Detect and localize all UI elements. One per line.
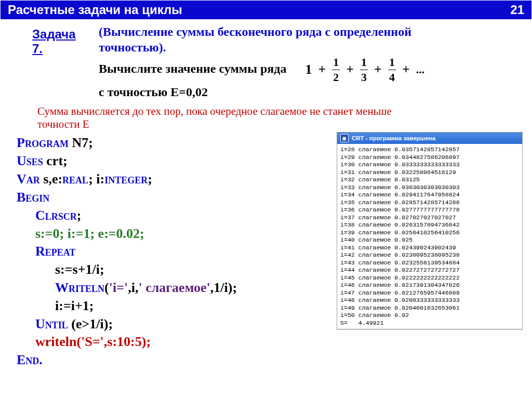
crt-titlebar: ▣ CRT - программа завершена bbox=[337, 132, 522, 144]
crt-output-line: i=39 слагаемое 0.0256410256410256 bbox=[340, 229, 519, 236]
crt-output-line: i=34 слагаемое 0.0294117647058824 bbox=[340, 191, 519, 198]
op3: + bbox=[371, 62, 385, 77]
dots: ... bbox=[416, 63, 425, 76]
slide-header: Расчетные задачи на циклы 21 bbox=[0, 0, 532, 20]
desc-paren1: (Вычисление суммы бесконечного ряда с оп… bbox=[99, 25, 411, 38]
series-formula: 1 + 12 + 13 + 14 + ... bbox=[305, 55, 424, 84]
hint-text: Сумма вычисляется до тех пор, пока очере… bbox=[37, 105, 523, 131]
crt-output-line: i=50 слагаемое 0.02 bbox=[340, 312, 519, 319]
crt-output-line: i=33 слагаемое 0.0303030303030303 bbox=[340, 184, 519, 191]
crt-output-line: i=35 слагаемое 0.0285714285714286 bbox=[340, 199, 519, 206]
slide-content: Задача 7. (Вычисление суммы бесконечного… bbox=[0, 20, 532, 374]
slide-title: Расчетные задачи на циклы bbox=[8, 3, 182, 17]
crt-output-line: i=41 слагаемое 0.024390243902439 bbox=[340, 244, 519, 251]
crt-output-line: i=46 слагаемое 0.0217391304347826 bbox=[340, 282, 519, 289]
hint-line2: точности E bbox=[37, 118, 523, 131]
frac2: 13 bbox=[360, 55, 368, 84]
crt-title-text: CRT - программа завершена bbox=[352, 135, 435, 141]
pascal-code: Program N7; Uses crt; Var s,e:real; i:in… bbox=[17, 134, 308, 369]
task-label: Задача 7. bbox=[32, 27, 89, 56]
frac3: 14 bbox=[388, 55, 396, 84]
crt-output-line: i=45 слагаемое 0.0222222222222222 bbox=[340, 274, 519, 282]
term-one: 1 bbox=[305, 62, 312, 77]
crt-output-line: i=32 слагаемое 0.03125 bbox=[340, 176, 519, 183]
slide-number: 21 bbox=[510, 3, 524, 17]
crt-output-line: i=28 слагаемое 0.0357142857142857 bbox=[340, 146, 519, 153]
crt-output-line: i=29 слагаемое 0.0344827586206897 bbox=[340, 154, 519, 161]
task-description: (Вычисление суммы бесконечного ряда с оп… bbox=[99, 24, 424, 100]
crt-output-body: i=28 слагаемое 0.0357142857142857i=29 сл… bbox=[337, 144, 522, 329]
crt-sum-line: S= 4.49921 bbox=[340, 320, 519, 327]
op4: + bbox=[399, 62, 413, 77]
crt-output-line: i=38 слагаемое 0.0263157894736842 bbox=[340, 221, 519, 229]
crt-output-line: i=43 слагаемое 0.0232558139534884 bbox=[340, 259, 519, 267]
crt-output-line: i=40 слагаемое 0.025 bbox=[340, 236, 519, 244]
crt-output-line: i=30 слагаемое 0.0333333333333333 bbox=[340, 161, 519, 168]
desc-line3: с точностью E=0,02 bbox=[99, 85, 208, 99]
crt-output-line: i=47 слагаемое 0.0212765957446809 bbox=[340, 289, 519, 297]
op1: + bbox=[315, 62, 329, 77]
crt-output-line: i=42 слагаемое 0.0238095238095238 bbox=[340, 251, 519, 259]
desc-line2: Вычислите значение суммы ряда bbox=[99, 62, 286, 75]
crt-output-window: ▣ CRT - программа завершена i=28 слагаем… bbox=[337, 132, 523, 329]
crt-window-icon: ▣ bbox=[340, 134, 349, 142]
crt-output-line: i=44 слагаемое 0.0227272727272727 bbox=[340, 267, 519, 274]
hint-line1: Сумма вычисляется до тех пор, пока очере… bbox=[37, 105, 523, 118]
op2: + bbox=[343, 62, 357, 77]
crt-output-line: i=36 слагаемое 0.0277777777777778 bbox=[340, 206, 519, 214]
crt-output-line: i=37 слагаемое 0.027027027027027 bbox=[340, 214, 519, 221]
crt-output-line: i=31 слагаемое 0.032258064516129 bbox=[340, 169, 519, 176]
crt-output-line: i=49 слагаемое 0.0204081632653061 bbox=[340, 304, 519, 312]
frac1: 12 bbox=[332, 55, 340, 84]
crt-output-line: i=48 слагаемое 0.0208333333333333 bbox=[340, 297, 519, 304]
desc-paren2: точностью). bbox=[99, 41, 166, 54]
